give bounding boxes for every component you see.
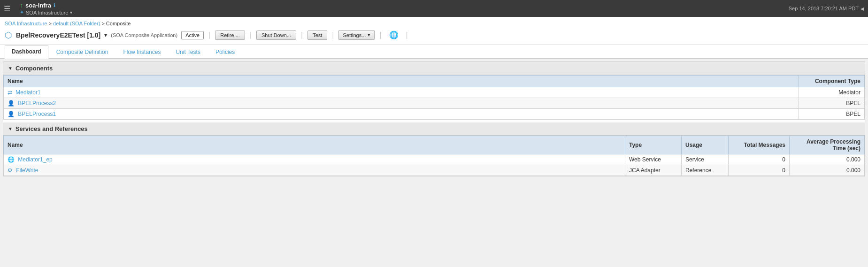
component-type-bpelprocess1: BPEL [799, 109, 865, 120]
component-row-mediator1: ⇄ Mediator1 [4, 87, 799, 98]
main-content: ▼ Components Name Component Type ⇄ Media… [0, 61, 868, 249]
title-dropdown-arrow[interactable]: ▾ [104, 32, 107, 38]
service-row-mediator1ep: 🌐 Mediator1_ep [4, 154, 625, 165]
service-usage-mediator1ep: Service [682, 154, 729, 165]
service-type-mediator1ep: Web Service [625, 154, 682, 165]
mediator1ep-link[interactable]: Mediator1_ep [18, 156, 52, 163]
components-table: Name Component Type ⇄ Mediator1 Mediator… [3, 75, 865, 120]
separator-1: | [208, 31, 210, 39]
breadcrumb-folder[interactable]: default (SOA Folder) [53, 21, 100, 26]
breadcrumb-current: Composite [106, 21, 131, 26]
composite-title: BpelRecoveryE2ETest [1.0] [16, 31, 100, 39]
services-section-header: ▼ Services and References [3, 122, 865, 136]
settings-label: Settings... [343, 32, 366, 38]
info-icon[interactable]: ℹ [54, 2, 55, 8]
composite-app-icon: ⬡ [5, 30, 12, 40]
services-col-total: Total Messages [729, 136, 790, 154]
table-row: 👤 BPELProcess1 BPEL [4, 109, 865, 120]
breadcrumb-sep1: > [49, 21, 53, 26]
bpel-icon-1: 👤 [8, 111, 15, 117]
services-col-name: Name [4, 136, 625, 154]
retire-button[interactable]: Retire ... [215, 31, 245, 40]
table-row: ⇄ Mediator1 Mediator [4, 87, 865, 98]
tab-dashboard[interactable]: Dashboard [5, 45, 48, 59]
soa-icon: ✦ [20, 9, 24, 15]
services-table: Name Type Usage Total Messages Average P… [3, 136, 865, 176]
content-panel: ▼ Components Name Component Type ⇄ Media… [3, 61, 865, 176]
separator-2: | [250, 31, 252, 39]
breadcrumb-sep2: > [101, 21, 106, 26]
services-col-type: Type [625, 136, 682, 154]
soa-dropdown-arrow[interactable]: ▾ [70, 10, 72, 15]
table-row: 🌐 Mediator1_ep Web Service Service 0 0.0… [4, 154, 865, 165]
components-col-name: Name [4, 76, 799, 87]
components-section-title: Components [15, 65, 53, 72]
shutdown-button[interactable]: Shut Down... [256, 31, 296, 40]
filewrite-link[interactable]: FileWrite [16, 167, 38, 174]
mediator1-link[interactable]: Mediator1 [15, 89, 40, 96]
service-usage-filewrite: Reference [682, 165, 729, 176]
components-col-type: Component Type [799, 76, 865, 87]
top-navigation-bar: ☰ ↑ soa-infra ℹ ✦ SOA Infrastructure ▾ S… [0, 0, 868, 17]
component-row-bpelprocess2: 👤 BPELProcess2 [4, 98, 799, 109]
breadcrumb: SOA Infrastructure > default (SOA Folder… [5, 19, 863, 29]
settings-button[interactable]: Settings... ▾ [338, 30, 375, 40]
components-collapse-icon[interactable]: ▼ [8, 66, 13, 71]
tab-flow-instances[interactable]: Flow Instances [116, 46, 168, 58]
title-row: ⬡ BpelRecoveryE2ETest [1.0] ▾ (SOA Compo… [5, 29, 863, 43]
tab-policies[interactable]: Policies [208, 46, 242, 58]
mediator-icon: ⇄ [8, 89, 12, 96]
separator-3: | [301, 31, 303, 39]
separator-6: | [406, 31, 408, 39]
services-col-usage: Usage [682, 136, 729, 154]
tab-unit-tests[interactable]: Unit Tests [169, 46, 207, 58]
service-total-mediator1ep: 0 [729, 154, 790, 165]
components-section-header: ▼ Components [3, 62, 865, 75]
jca-icon: ⚙ [8, 167, 13, 174]
tab-composite-definition[interactable]: Composite Definition [49, 46, 115, 58]
service-avg-mediator1ep: 0.000 [790, 154, 865, 165]
services-col-avg: Average ProcessingTime (sec) [790, 136, 865, 154]
services-section-title: Services and References [15, 125, 88, 132]
service-type-filewrite: JCA Adapter [625, 165, 682, 176]
separator-5: | [379, 31, 381, 39]
component-type-bpelprocess2: BPEL [799, 98, 865, 109]
bpel-icon-2: 👤 [8, 100, 15, 107]
bpelprocess2-link[interactable]: BPELProcess2 [18, 100, 56, 107]
composite-subtitle: (SOA Composite Application) [111, 32, 177, 38]
component-row-bpelprocess1: 👤 BPELProcess1 [4, 109, 799, 120]
separator-4: | [332, 31, 334, 39]
services-collapse-icon[interactable]: ▼ [8, 126, 13, 131]
settings-dropdown-arrow: ▾ [368, 32, 370, 38]
globe-button[interactable]: 🌐 [386, 29, 401, 41]
tabs-bar: Dashboard Composite Definition Flow Inst… [0, 45, 868, 59]
page-header: SOA Infrastructure > default (SOA Folder… [0, 17, 868, 45]
timestamp: Sep 14, 2018 7:20:21 AM PDT [789, 6, 859, 11]
service-avg-filewrite: 0.000 [790, 165, 865, 176]
table-row: 👤 BPELProcess2 BPEL [4, 98, 865, 109]
breadcrumb-soa[interactable]: SOA Infrastructure [5, 21, 47, 26]
status-badge: Active [181, 31, 204, 39]
service-row-filewrite: ⚙ FileWrite [4, 165, 625, 176]
test-button[interactable]: Test [307, 31, 327, 40]
menu-icon[interactable]: ☰ [4, 4, 10, 13]
table-row: ⚙ FileWrite JCA Adapter Reference 0 0.00… [4, 165, 865, 176]
component-type-mediator1: Mediator [799, 87, 865, 98]
status-up-arrow: ↑ [20, 1, 23, 9]
service-total-filewrite: 0 [729, 165, 790, 176]
bpelprocess1-link[interactable]: BPELProcess1 [18, 111, 56, 117]
soa-subtitle: SOA Infrastructure [26, 10, 68, 15]
web-service-icon: 🌐 [8, 156, 15, 163]
app-name: soa-infra [25, 2, 51, 9]
timestamp-arrow: ◀ [860, 6, 864, 11]
